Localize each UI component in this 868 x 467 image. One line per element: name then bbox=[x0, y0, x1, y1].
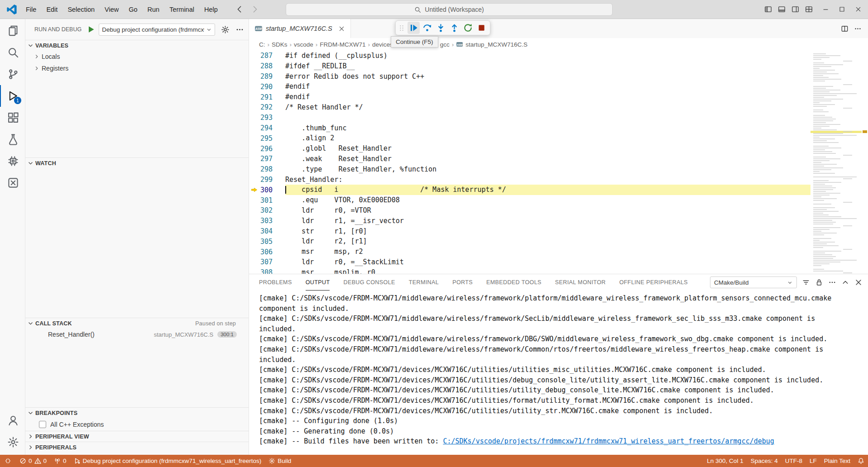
line-number[interactable]: 287 bbox=[259, 52, 273, 60]
panel-tab-serial-monitor[interactable]: SERIAL MONITOR bbox=[555, 274, 606, 291]
panel-tab-debug-console[interactable]: DEBUG CONSOLE bbox=[343, 274, 395, 291]
menu-terminal[interactable]: Terminal bbox=[164, 3, 199, 16]
menu-selection[interactable]: Selection bbox=[62, 3, 100, 16]
toggle-secondary-sidebar-icon[interactable] bbox=[791, 5, 799, 13]
code-line[interactable]: 306 msr msp, r2 bbox=[249, 247, 810, 257]
notifications-bell[interactable] bbox=[854, 455, 868, 467]
breadcrumb-item[interactable]: devices bbox=[372, 41, 393, 48]
breadcrumb-item[interactable]: C: bbox=[259, 41, 265, 48]
code-line[interactable]: 299Reset_Handler: bbox=[249, 175, 810, 185]
lock-scroll-icon[interactable] bbox=[815, 278, 823, 286]
menu-view[interactable]: View bbox=[100, 3, 124, 16]
minimize-button[interactable] bbox=[822, 6, 829, 13]
stop-button[interactable] bbox=[475, 22, 488, 34]
line-number[interactable]: 308 bbox=[259, 268, 273, 274]
breadcrumb-item[interactable]: startup_MCXW716C.S bbox=[465, 41, 528, 48]
line-number[interactable]: 289 bbox=[259, 72, 273, 81]
activity-source-control[interactable] bbox=[0, 63, 25, 85]
toggle-panel-icon[interactable] bbox=[778, 5, 786, 13]
code-line[interactable]: 290#endif bbox=[249, 81, 810, 92]
activity-run-and-debug[interactable]: 1 bbox=[0, 85, 25, 107]
menu-file[interactable]: File bbox=[21, 3, 41, 16]
line-number[interactable]: 301 bbox=[259, 196, 273, 205]
ports-indicator[interactable]: 0 bbox=[50, 455, 70, 467]
step-into-button[interactable] bbox=[435, 22, 447, 34]
activity-explorer[interactable] bbox=[0, 20, 25, 42]
code-line[interactable]: 291#endif bbox=[249, 92, 810, 102]
more-actions-icon[interactable] bbox=[235, 25, 244, 34]
close-window-button[interactable] bbox=[855, 6, 862, 13]
step-over-button[interactable] bbox=[421, 22, 433, 34]
menu-go[interactable]: Go bbox=[124, 3, 142, 16]
callstack-frame[interactable]: Reset_Handler()startup_MCXW716C.S300:1 bbox=[25, 329, 249, 340]
breakpoint-row[interactable]: All C++ Exceptions bbox=[25, 418, 249, 431]
debug-settings-icon[interactable] bbox=[221, 25, 230, 34]
output-log[interactable]: [cmake] C:/SDKs/vscode/FRDM-MCXW71/middl… bbox=[249, 291, 868, 455]
indentation[interactable]: Spaces: 4 bbox=[747, 455, 782, 467]
maximize-panel-icon[interactable] bbox=[841, 278, 849, 286]
problems-indicator[interactable]: 0 0 bbox=[16, 455, 50, 467]
code-line[interactable]: 293 bbox=[249, 113, 810, 123]
breadcrumb-item[interactable]: FRDM-MCXW71 bbox=[320, 41, 365, 48]
output-link[interactable]: C:/SDKs/vscode/projects/frdmmcxw71/frdmm… bbox=[443, 437, 774, 445]
line-number[interactable]: 303 bbox=[259, 217, 273, 225]
panel-tab-ports[interactable]: PORTS bbox=[452, 274, 473, 291]
panel-tab-terminal[interactable]: TERMINAL bbox=[409, 274, 439, 291]
watch-section-header[interactable]: WATCH bbox=[25, 157, 249, 168]
activity-settings[interactable] bbox=[0, 431, 25, 453]
clear-output-icon[interactable] bbox=[802, 278, 810, 286]
breakpoints-section-header[interactable]: BREAKPOINTS bbox=[25, 407, 249, 418]
language-mode[interactable]: Plain Text bbox=[820, 455, 854, 467]
code-line[interactable]: 304 str r1, [r0] bbox=[249, 226, 810, 237]
cursor-position[interactable]: Ln 300, Col 1 bbox=[703, 455, 747, 467]
line-number[interactable]: 294 bbox=[259, 124, 273, 132]
code-line[interactable]: 289#error Redlib does not support C++ bbox=[249, 71, 810, 82]
variables-item-locals[interactable]: Locals bbox=[25, 51, 249, 62]
activity-mcuxpresso[interactable] bbox=[0, 172, 25, 194]
line-number[interactable]: 296 bbox=[259, 145, 273, 153]
customize-layout-icon[interactable] bbox=[805, 5, 813, 13]
continue-button[interactable] bbox=[408, 22, 420, 34]
restart-button[interactable] bbox=[462, 22, 474, 34]
line-number[interactable]: 291 bbox=[259, 93, 273, 101]
activity-accounts[interactable] bbox=[0, 410, 25, 431]
minimap[interactable] bbox=[810, 51, 862, 274]
code-line[interactable]: 308 msr msplim, r0 bbox=[249, 267, 810, 274]
code-line[interactable]: 300 cpsid i /* Mask interrupts */ bbox=[249, 185, 810, 195]
code-line[interactable]: 301 .equ VTOR, 0xE000ED08 bbox=[249, 195, 810, 205]
code-line[interactable]: 288#ifdef __REDLIB__ bbox=[249, 61, 810, 71]
panel-tab-offline-peripherals[interactable]: OFFLINE PERIPHERALS bbox=[619, 274, 688, 291]
panel-tab-problems[interactable]: PROBLEMS bbox=[259, 274, 292, 291]
editor-tab[interactable]: ASM startup_MCXW716C.S bbox=[249, 19, 351, 38]
menu-help[interactable]: Help bbox=[199, 3, 223, 16]
back-icon[interactable] bbox=[235, 5, 244, 14]
breadcrumb-item[interactable]: SDKs bbox=[272, 41, 288, 48]
variables-section-header[interactable]: VARIABLES bbox=[25, 40, 249, 51]
editor-more-actions-icon[interactable] bbox=[854, 25, 862, 33]
breadcrumb-item[interactable]: gcc bbox=[440, 41, 450, 48]
close-panel-icon[interactable] bbox=[854, 278, 863, 286]
command-center[interactable]: Untitled (Workspace) bbox=[286, 3, 613, 16]
line-number[interactable]: 305 bbox=[259, 238, 273, 246]
peripherals-section-header[interactable]: PERIPHERALS bbox=[25, 442, 249, 453]
debug-config-select[interactable]: Debug project configuration (frdmmcxw71_… bbox=[99, 24, 215, 36]
line-number[interactable]: 290 bbox=[259, 83, 273, 91]
code-line[interactable]: 297 .weak Reset_Handler bbox=[249, 154, 810, 164]
code-line[interactable]: 294 .thumb_func bbox=[249, 123, 810, 133]
activity-extensions[interactable] bbox=[0, 107, 25, 129]
line-number[interactable]: 302 bbox=[259, 206, 273, 214]
forward-icon[interactable] bbox=[250, 5, 259, 14]
drag-handle-icon[interactable] bbox=[398, 24, 405, 32]
code-line[interactable]: 295 .align 2 bbox=[249, 133, 810, 143]
code-line[interactable]: 296 .globl Reset_Handler bbox=[249, 143, 810, 154]
encoding[interactable]: UTF-8 bbox=[782, 455, 806, 467]
activity-testing[interactable] bbox=[0, 129, 25, 150]
glyph-margin[interactable] bbox=[249, 186, 259, 193]
variables-item-registers[interactable]: Registers bbox=[25, 62, 249, 74]
line-number[interactable]: 297 bbox=[259, 155, 273, 163]
remote-indicator[interactable] bbox=[0, 455, 16, 467]
line-number[interactable]: 299 bbox=[259, 176, 273, 184]
close-tab-icon[interactable] bbox=[338, 25, 345, 32]
activity-peripherals[interactable] bbox=[0, 150, 25, 172]
line-number[interactable]: 293 bbox=[259, 114, 273, 122]
